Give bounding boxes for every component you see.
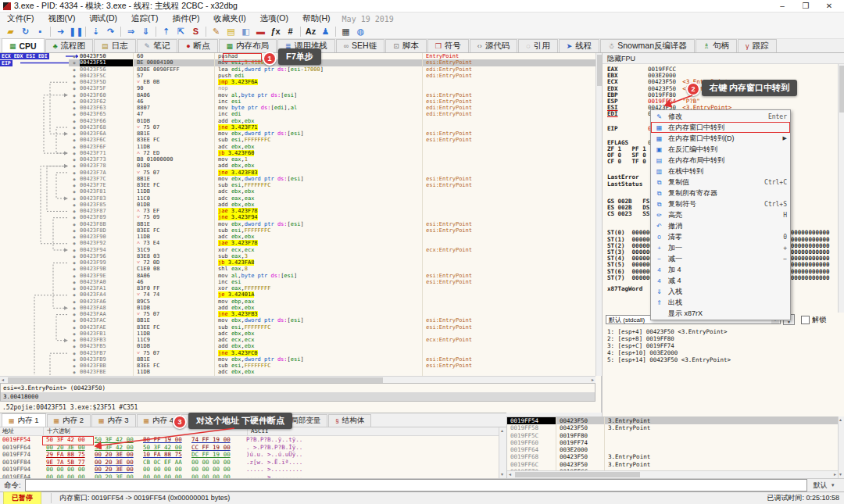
disasm-row[interactable]: ●00423F89˅ 75 09jne 3.423F94 xyxy=(69,214,595,220)
breakpoint-dot[interactable]: ● xyxy=(69,85,80,91)
step-over-icon[interactable]: ↷ xyxy=(104,26,117,38)
restart-icon[interactable]: ↻ xyxy=(19,26,32,38)
breakpoint-dot[interactable]: ● xyxy=(69,266,80,272)
disasm-row[interactable]: ●00423F92˄ 73 E4jae 3.423F78 xyxy=(69,240,595,246)
calculator-icon[interactable]: ▦ xyxy=(339,26,352,38)
breakpoint-dot[interactable]: ● xyxy=(69,144,80,150)
disasm-row[interactable]: ●00423F5D˅ EB 0Bjmp 3.423F6A xyxy=(69,79,595,85)
breakpoint-dot[interactable]: ● xyxy=(69,273,80,279)
disasm-row[interactable]: ●00423F8D83EE FCsub esi,FFFFFFFCesi:Entr… xyxy=(69,227,595,234)
disasm-row[interactable]: ●00423F6246inc esiesi:EntryPoint xyxy=(69,98,595,105)
disasm-row[interactable]: ●00423F6547inc ediedi:EntryPoint xyxy=(69,111,595,117)
unlock-checkbox[interactable] xyxy=(801,316,810,324)
breakpoint-dot[interactable]: ● xyxy=(69,176,80,182)
menu-item[interactable]: 插件(P) xyxy=(165,13,206,24)
disasm-row[interactable]: ●00423FA689C5mov ebp,eax xyxy=(69,298,595,305)
disasm-row[interactable]: ●00423F6601DBadd ebx,ebx xyxy=(69,118,595,124)
disasm-row[interactable]: ●00423F6C83EE FCsub esi,FFFFFFFCesi:Entr… xyxy=(69,137,595,143)
stack-vscrollbar[interactable]: ▴ ▾ xyxy=(838,416,844,478)
breakpoint-dot[interactable]: ● xyxy=(69,221,80,227)
disasm-row[interactable]: ●00423FB501DBadd ebx,ebx xyxy=(69,343,595,349)
context-menu-item[interactable]: ▦在内存窗口中转到(D)▶ xyxy=(651,133,790,144)
breakpoint-dot[interactable]: ● xyxy=(69,285,80,291)
breakpoint-dot[interactable]: ● xyxy=(69,253,80,259)
breakpoint-dot[interactable]: ● xyxy=(69,202,80,208)
context-menu-item[interactable]: ▤在内存布局中转到 xyxy=(651,155,790,166)
disasm-row[interactable]: ●00423FA4˅ 74 74je 3.42401A xyxy=(69,291,595,298)
context-menu-item[interactable]: 显示 x87rX xyxy=(651,308,790,319)
breakpoint-dot[interactable]: ● xyxy=(69,98,80,105)
breakpoint-dot[interactable]: ● xyxy=(69,137,80,143)
menu-item[interactable]: 帮助(H) xyxy=(295,13,338,24)
maximize-button[interactable]: ❐ xyxy=(794,0,817,12)
breakpoint-dot[interactable]: ● xyxy=(69,188,80,195)
breakpoint-dot[interactable]: ● xyxy=(69,311,80,317)
breakpoint-dot[interactable]: ● xyxy=(69,350,80,356)
breakpoint-dot[interactable]: ● xyxy=(69,163,80,169)
tab-SEH链[interactable]: ∞SEH链 xyxy=(336,39,385,52)
context-menu-item[interactable]: 4减 4 xyxy=(651,275,790,286)
breakpoint-dot[interactable]: ● xyxy=(69,363,80,369)
disasm-row[interactable]: ●00423F9011DBadc ebx,ebx xyxy=(69,234,595,240)
dump-tab-内存 1[interactable]: ▦内存 1 xyxy=(2,413,46,427)
breakpoint-dot[interactable]: ● xyxy=(69,150,80,156)
breakpoint-dot[interactable]: ● xyxy=(69,227,80,234)
disasm-row[interactable]: ●00423F99˅ 72 0Djb 3.423FA8 xyxy=(69,259,595,266)
tab-日志[interactable]: ▤日志 xyxy=(94,39,136,52)
breakpoint-dot[interactable]: ● xyxy=(69,124,80,130)
run-until-icon[interactable]: ⇒ xyxy=(124,26,138,38)
breakpoint-dot[interactable]: ● xyxy=(69,59,80,66)
minimize-button[interactable]: – xyxy=(771,0,794,12)
breakpoint-dot[interactable]: ● xyxy=(69,279,80,285)
tab-句柄[interactable]: ♗句柄 xyxy=(696,39,737,52)
disasm-row[interactable]: ●00423F7C8B1Emov ebx,dword ptr ds:[esi]e… xyxy=(69,176,595,182)
disasm-row[interactable]: ●00423FAA˅ 75 07jne 3.423FB3 xyxy=(69,311,595,317)
fx-icon[interactable]: ƒx xyxy=(269,26,282,38)
disasm-row[interactable]: ●00423F5060pushadEntryPoint xyxy=(69,53,595,59)
disasm-row[interactable]: ●00423FA183F0 FFxor eax,FFFFFFFF xyxy=(69,285,595,291)
breakpoint-dot[interactable]: ● xyxy=(69,291,80,298)
context-menu-item[interactable]: ↶撤消 xyxy=(651,220,790,231)
tab-CPU[interactable]: ▦CPU xyxy=(2,38,45,52)
breakpoint-dot[interactable]: ● xyxy=(69,324,80,331)
hide-fpu-button[interactable]: 隐藏FPU xyxy=(603,53,844,64)
user-icon[interactable]: ♟ xyxy=(319,26,332,38)
context-menu-item[interactable]: ⧉复制符号Ctrl+S xyxy=(651,198,790,209)
pause-icon[interactable]: ❚❚ xyxy=(69,26,82,38)
breakpoint-dot[interactable]: ● xyxy=(69,317,80,323)
breakpoint-dot[interactable]: ● xyxy=(69,170,80,176)
seh-icon[interactable]: S xyxy=(189,26,202,38)
context-menu-item[interactable]: −减一− xyxy=(651,253,790,264)
run-icon[interactable]: ➜ xyxy=(54,26,67,38)
breakpoint-dot[interactable]: ● xyxy=(69,53,80,59)
tab-源代码[interactable]: ‹›源代码 xyxy=(470,39,518,52)
breakpoint-dot[interactable]: ● xyxy=(69,356,80,363)
disasm-row[interactable]: ●00423FB311C9adc ecx,ecxecx:EntryPoint xyxy=(69,337,595,343)
tab-流程图[interactable]: ♣流程图 xyxy=(45,39,93,52)
register-row[interactable]: EAX0019FFCC xyxy=(607,66,839,73)
breakpoint-dot[interactable]: ● xyxy=(69,369,80,375)
disasm-row[interactable]: ●00423FB98B1Emov ebx,dword ptr ds:[esi]e… xyxy=(69,356,595,363)
context-menu-item[interactable]: ✎修改Enter xyxy=(651,111,790,122)
disasm-row[interactable]: ●00423FAE83EE FCsub esi,FFFFFFFCesi:Entr… xyxy=(69,324,595,331)
tab-跟踪[interactable]: γ跟踪 xyxy=(738,39,777,52)
breakpoint-dot[interactable]: ● xyxy=(69,298,80,305)
disasm-row[interactable]: ●00423FB111DBadc ebx,ebx xyxy=(69,331,595,337)
disasm-row[interactable]: ●00423F51BE 00804100mov esi,3.418000esi:… xyxy=(69,59,595,66)
disasm-row[interactable]: ●00423FBB83EE FCsub esi,FFFFFFFCesi:Entr… xyxy=(69,363,595,369)
comment-icon[interactable]: ▤ xyxy=(224,26,238,38)
step-out-icon[interactable]: ⇡ xyxy=(159,26,173,38)
label-icon[interactable]: ◧ xyxy=(239,26,252,38)
context-menu-item[interactable]: ▥在栈中转到 xyxy=(651,166,790,177)
appearance-icon[interactable]: Az xyxy=(304,26,317,38)
breakpoint-dot[interactable]: ● xyxy=(69,337,80,343)
stack-row[interactable]: 0019FF6800423F503.EntryPoint xyxy=(507,453,844,460)
context-menu-item[interactable]: ⇑出栈 xyxy=(651,297,790,308)
breakpoint-dot[interactable]: ● xyxy=(69,182,80,188)
disasm-row[interactable]: ●00423F71˄ 72 EDjb 3.423F60 xyxy=(69,150,595,156)
breakpoint-dot[interactable]: ● xyxy=(69,259,80,266)
breakpoint-dot[interactable]: ● xyxy=(69,331,80,337)
menu-item[interactable]: 文件(F) xyxy=(0,13,41,24)
context-menu-item[interactable]: ▦在内存窗口中转到 xyxy=(651,122,790,133)
disasm-row[interactable]: ●00423F8311C0adc eax,eax xyxy=(69,195,595,202)
